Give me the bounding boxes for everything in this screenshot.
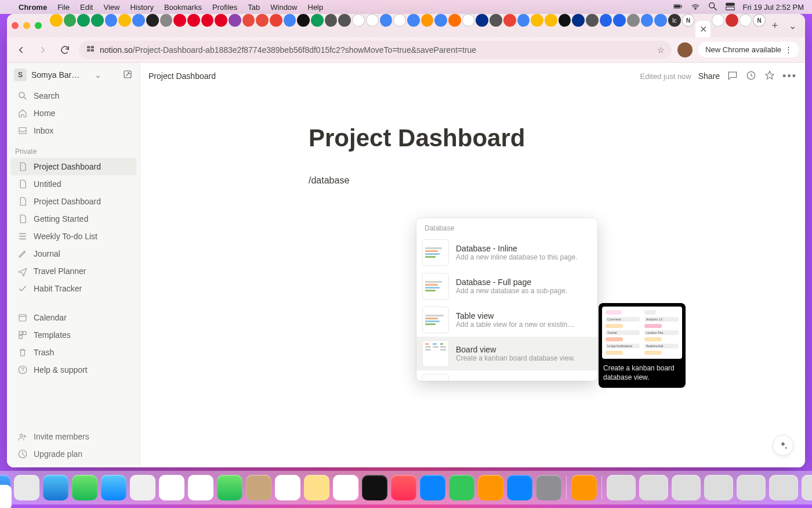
- dock-window-thumb[interactable]: [769, 475, 798, 500]
- tab-favicon[interactable]: [586, 14, 599, 27]
- tab-overflow-button[interactable]: ⌄: [784, 20, 800, 31]
- tab-favicon[interactable]: [366, 14, 379, 27]
- dock-app-books[interactable]: [571, 475, 597, 500]
- sidebar-page-weekly-todo[interactable]: Weekly To-do List: [10, 228, 136, 245]
- tab-favicon[interactable]: [284, 14, 296, 27]
- slash-command-input[interactable]: /database: [309, 175, 738, 186]
- dock-app-appstore[interactable]: [507, 475, 532, 500]
- mac-menu-history[interactable]: History: [130, 3, 153, 12]
- dock-app-reminders[interactable]: [275, 475, 300, 500]
- mac-menu-help[interactable]: Help: [308, 3, 324, 12]
- sidebar-page-getting-started[interactable]: Getting Started: [10, 210, 136, 228]
- tab-favicon[interactable]: [229, 14, 241, 27]
- more-icon[interactable]: ⋮: [785, 45, 792, 54]
- dock-app-maps[interactable]: [130, 475, 155, 500]
- tab-favicon[interactable]: [421, 14, 434, 27]
- address-bar[interactable]: notion.so/Project-Dashboard-ab1883e2f877…: [79, 41, 672, 59]
- mac-menu-window[interactable]: Window: [270, 3, 297, 12]
- battery-icon[interactable]: [673, 2, 683, 13]
- sidebar-page-habit-tracker[interactable]: Habit Tracker: [10, 280, 136, 297]
- mac-menu-tab[interactable]: Tab: [248, 3, 260, 12]
- tab-favicon[interactable]: [740, 14, 752, 27]
- back-button[interactable]: [13, 42, 29, 58]
- comments-icon[interactable]: [727, 70, 738, 83]
- notion-page[interactable]: Project Dashboard /database Database Dat…: [140, 89, 805, 467]
- tab-favicon[interactable]: [393, 14, 406, 27]
- tab-favicon[interactable]: [641, 14, 654, 27]
- tab-favicon[interactable]: [572, 14, 585, 27]
- tab-favicon[interactable]: [517, 14, 530, 27]
- close-tab-icon[interactable]: ✕: [699, 24, 707, 35]
- tab-favicon[interactable]: [91, 14, 104, 27]
- dock-app-contacts[interactable]: [246, 475, 271, 500]
- mac-dock[interactable]: [0, 471, 812, 505]
- tab-favicon[interactable]: [490, 14, 502, 27]
- tab-favicon[interactable]: [242, 14, 255, 27]
- sidebar-home[interactable]: Home: [10, 105, 136, 122]
- dock-app-tv[interactable]: [362, 475, 387, 500]
- active-tab[interactable]: ✕: [695, 21, 710, 37]
- dock-app-pages[interactable]: [478, 475, 503, 500]
- tab-favicon[interactable]: [187, 14, 200, 27]
- updates-icon[interactable]: [745, 70, 757, 83]
- chrome-profile-avatar[interactable]: [677, 42, 693, 57]
- slash-menu-item-database-inline[interactable]: Database - Inline Add a new inline datab…: [416, 236, 597, 269]
- slash-menu-item-table-view[interactable]: Table view Add a table view for a new or…: [416, 303, 597, 337]
- new-chrome-available-button[interactable]: New Chrome available ⋮: [698, 42, 799, 57]
- tab-favicon[interactable]: [64, 14, 77, 27]
- mac-clock[interactable]: Fri 19 Jul 2:52 PM: [743, 3, 804, 12]
- sidebar-search[interactable]: Search: [10, 87, 136, 105]
- dock-window-thumb[interactable]: [704, 475, 733, 500]
- sidebar-page-travel-planner[interactable]: Travel Planner: [10, 262, 136, 280]
- sidebar-calendar[interactable]: Calendar: [10, 309, 136, 326]
- control-center-icon[interactable]: [726, 2, 735, 13]
- new-page-icon[interactable]: [122, 69, 133, 81]
- slash-menu-item-gallery-view[interactable]: Gallery view: [416, 370, 597, 381]
- slash-menu-item-database-fullpage[interactable]: Database - Full page Add a new database …: [416, 269, 597, 303]
- mac-menu-bookmarks[interactable]: Bookmarks: [164, 3, 202, 12]
- sidebar-page-journal[interactable]: Journal: [10, 245, 136, 262]
- breadcrumb[interactable]: Project Dashboard: [148, 71, 216, 81]
- sidebar-page-untitled[interactable]: Untitled: [10, 175, 136, 193]
- dock-window-thumb[interactable]: [639, 475, 668, 500]
- tab-favicon[interactable]: [654, 14, 667, 27]
- new-tab-button[interactable]: +: [768, 20, 782, 32]
- tab-favicon[interactable]: [173, 14, 186, 27]
- mac-app-name[interactable]: Chrome: [19, 3, 47, 12]
- slash-menu-item-board-view[interactable]: Board view Create a kanban board databas…: [416, 337, 597, 370]
- favorite-icon[interactable]: [764, 70, 775, 83]
- page-title[interactable]: Project Dashboard: [309, 124, 738, 152]
- dock-window-thumb[interactable]: [607, 475, 636, 500]
- sidebar-page-project-dashboard-2[interactable]: Project Dashboard: [10, 193, 136, 210]
- dock-app-facetime[interactable]: [217, 475, 242, 500]
- sidebar-page-project-dashboard[interactable]: Project Dashboard: [10, 158, 136, 175]
- sidebar-trash[interactable]: Trash: [10, 344, 136, 361]
- bookmark-star-icon[interactable]: ☆: [657, 45, 665, 55]
- tab-favicon[interactable]: [448, 14, 461, 27]
- dock-app-keynote[interactable]: [420, 475, 445, 500]
- reload-button[interactable]: [57, 42, 73, 58]
- tab-favicon[interactable]: [476, 14, 488, 27]
- dock-app-mail[interactable]: [101, 475, 126, 500]
- mac-menu-edit[interactable]: Edit: [80, 3, 93, 12]
- tab-favicon[interactable]: lc: [668, 14, 681, 27]
- close-window-icon[interactable]: [12, 22, 19, 29]
- tab-favicon[interactable]: [559, 14, 571, 27]
- dock-app-launchpad[interactable]: [14, 475, 39, 500]
- ai-fab-button[interactable]: [773, 435, 793, 456]
- tab-favicon[interactable]: N: [753, 14, 766, 27]
- dock-window-thumb[interactable]: [737, 475, 766, 500]
- dock-app-messages[interactable]: [72, 475, 97, 500]
- tab-favicon[interactable]: [407, 14, 420, 27]
- more-icon[interactable]: •••: [782, 70, 797, 82]
- mac-menu-profiles[interactable]: Profiles: [212, 3, 237, 12]
- dock-app-music[interactable]: [391, 475, 416, 500]
- tab-favicon[interactable]: [118, 14, 131, 27]
- spotlight-icon[interactable]: [708, 2, 717, 13]
- dock-trash[interactable]: [802, 475, 812, 500]
- tab-favicon[interactable]: [380, 14, 393, 27]
- tab-favicon[interactable]: [160, 14, 173, 27]
- tab-favicon[interactable]: [77, 14, 90, 27]
- dock-app-numbers[interactable]: [449, 475, 474, 500]
- dock-app-freeform[interactable]: [333, 475, 358, 500]
